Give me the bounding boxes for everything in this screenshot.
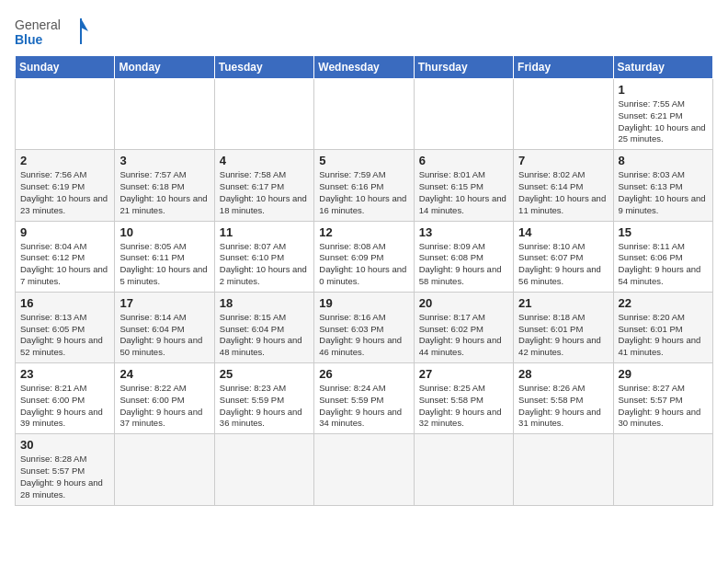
calendar-cell (414, 79, 513, 150)
day-number: 8 (619, 154, 708, 167)
svg-text:Blue: Blue (15, 32, 43, 47)
day-number: 14 (518, 225, 608, 239)
calendar-cell: 6Sunrise: 8:01 AM Sunset: 6:15 PM Daylig… (414, 150, 513, 221)
calendar-cell: 15Sunrise: 8:11 AM Sunset: 6:06 PM Dayli… (613, 221, 712, 292)
day-info: Sunrise: 7:56 AM Sunset: 6:19 PM Dayligh… (20, 169, 109, 216)
calendar-cell: 8Sunrise: 8:03 AM Sunset: 6:13 PM Daylig… (613, 150, 712, 221)
day-number: 20 (419, 296, 508, 310)
day-number: 2 (20, 154, 109, 167)
calendar-cell: 2Sunrise: 7:56 AM Sunset: 6:19 PM Daylig… (16, 150, 115, 221)
weekday-header-sunday: Sunday (16, 56, 115, 79)
header: General Blue (15, 15, 713, 48)
calendar-cell (214, 434, 313, 505)
day-number: 13 (419, 225, 508, 239)
calendar-cell (16, 79, 115, 150)
calendar-cell: 3Sunrise: 7:57 AM Sunset: 6:18 PM Daylig… (115, 150, 214, 221)
weekday-header-saturday: Saturday (613, 56, 712, 79)
day-info: Sunrise: 8:25 AM Sunset: 5:58 PM Dayligh… (419, 383, 508, 430)
weekday-header-friday: Friday (514, 56, 613, 79)
day-info: Sunrise: 8:04 AM Sunset: 6:12 PM Dayligh… (20, 241, 109, 288)
day-info: Sunrise: 8:27 AM Sunset: 5:57 PM Dayligh… (619, 383, 708, 430)
day-number: 28 (518, 367, 608, 381)
calendar-cell (514, 434, 613, 505)
calendar-cell: 13Sunrise: 8:09 AM Sunset: 6:08 PM Dayli… (414, 221, 513, 292)
calendar-cell: 30Sunrise: 8:28 AM Sunset: 5:57 PM Dayli… (16, 434, 115, 505)
day-info: Sunrise: 7:59 AM Sunset: 6:16 PM Dayligh… (319, 169, 408, 216)
calendar-cell: 20Sunrise: 8:17 AM Sunset: 6:02 PM Dayli… (414, 292, 513, 362)
logo-svg: General Blue (15, 15, 88, 48)
day-info: Sunrise: 7:57 AM Sunset: 6:18 PM Dayligh… (119, 169, 209, 216)
calendar-table: SundayMondayTuesdayWednesdayThursdayFrid… (15, 55, 713, 506)
day-number: 21 (518, 296, 608, 310)
calendar-cell: 12Sunrise: 8:08 AM Sunset: 6:09 PM Dayli… (314, 221, 414, 292)
weekday-header-monday: Monday (115, 56, 214, 79)
day-number: 19 (319, 296, 408, 310)
svg-text:General: General (15, 17, 61, 32)
day-info: Sunrise: 7:58 AM Sunset: 6:17 PM Dayligh… (220, 169, 309, 216)
day-info: Sunrise: 8:26 AM Sunset: 5:58 PM Dayligh… (518, 383, 608, 430)
calendar-cell: 10Sunrise: 8:05 AM Sunset: 6:11 PM Dayli… (115, 221, 214, 292)
day-number: 24 (119, 367, 209, 381)
calendar-cell: 23Sunrise: 8:21 AM Sunset: 6:00 PM Dayli… (16, 363, 115, 434)
day-number: 7 (518, 154, 608, 167)
day-number: 18 (220, 296, 309, 310)
day-info: Sunrise: 8:21 AM Sunset: 6:00 PM Dayligh… (20, 383, 109, 430)
day-info: Sunrise: 8:02 AM Sunset: 6:14 PM Dayligh… (518, 169, 608, 216)
day-info: Sunrise: 8:22 AM Sunset: 6:00 PM Dayligh… (119, 383, 209, 430)
day-info: Sunrise: 8:08 AM Sunset: 6:09 PM Dayligh… (319, 241, 408, 288)
calendar-cell: 29Sunrise: 8:27 AM Sunset: 5:57 PM Dayli… (613, 363, 712, 434)
logo: General Blue (15, 15, 88, 48)
day-info: Sunrise: 8:03 AM Sunset: 6:13 PM Dayligh… (619, 169, 708, 216)
day-info: Sunrise: 8:10 AM Sunset: 6:07 PM Dayligh… (518, 241, 608, 288)
day-info: Sunrise: 8:11 AM Sunset: 6:06 PM Dayligh… (619, 241, 708, 288)
day-info: Sunrise: 8:20 AM Sunset: 6:01 PM Dayligh… (619, 312, 708, 359)
calendar-header: SundayMondayTuesdayWednesdayThursdayFrid… (16, 56, 713, 79)
calendar-cell: 5Sunrise: 7:59 AM Sunset: 6:16 PM Daylig… (314, 150, 414, 221)
calendar-cell: 16Sunrise: 8:13 AM Sunset: 6:05 PM Dayli… (16, 292, 115, 362)
day-info: Sunrise: 8:14 AM Sunset: 6:04 PM Dayligh… (119, 312, 209, 359)
calendar-cell (115, 79, 214, 150)
day-number: 23 (20, 367, 109, 381)
day-number: 5 (319, 154, 408, 167)
calendar-cell (214, 79, 313, 150)
day-number: 16 (20, 296, 109, 310)
day-info: Sunrise: 8:01 AM Sunset: 6:15 PM Dayligh… (419, 169, 508, 216)
day-info: Sunrise: 8:16 AM Sunset: 6:03 PM Dayligh… (319, 312, 408, 359)
day-number: 30 (20, 438, 109, 452)
calendar-cell: 19Sunrise: 8:16 AM Sunset: 6:03 PM Dayli… (314, 292, 414, 362)
day-number: 22 (619, 296, 708, 310)
calendar-cell (314, 79, 414, 150)
day-info: Sunrise: 8:13 AM Sunset: 6:05 PM Dayligh… (20, 312, 109, 359)
day-info: Sunrise: 8:05 AM Sunset: 6:11 PM Dayligh… (119, 241, 209, 288)
weekday-header-wednesday: Wednesday (314, 56, 414, 79)
calendar-cell (613, 434, 712, 505)
calendar-cell (414, 434, 513, 505)
day-number: 12 (319, 225, 408, 239)
svg-marker-2 (81, 18, 88, 31)
day-info: Sunrise: 8:17 AM Sunset: 6:02 PM Dayligh… (419, 312, 508, 359)
calendar-cell: 4Sunrise: 7:58 AM Sunset: 6:17 PM Daylig… (214, 150, 313, 221)
day-number: 15 (619, 225, 708, 239)
day-info: Sunrise: 8:28 AM Sunset: 5:57 PM Dayligh… (20, 454, 109, 500)
calendar-cell: 7Sunrise: 8:02 AM Sunset: 6:14 PM Daylig… (514, 150, 613, 221)
day-number: 25 (220, 367, 309, 381)
day-info: Sunrise: 7:55 AM Sunset: 6:21 PM Dayligh… (619, 98, 708, 145)
day-info: Sunrise: 8:23 AM Sunset: 5:59 PM Dayligh… (220, 383, 309, 430)
calendar-cell: 17Sunrise: 8:14 AM Sunset: 6:04 PM Dayli… (115, 292, 214, 362)
day-number: 10 (119, 225, 209, 239)
day-number: 6 (419, 154, 508, 167)
day-info: Sunrise: 8:09 AM Sunset: 6:08 PM Dayligh… (419, 241, 508, 288)
calendar-cell: 24Sunrise: 8:22 AM Sunset: 6:00 PM Dayli… (115, 363, 214, 434)
calendar-cell (314, 434, 414, 505)
day-number: 3 (119, 154, 209, 167)
calendar-cell: 22Sunrise: 8:20 AM Sunset: 6:01 PM Dayli… (613, 292, 712, 362)
day-number: 9 (20, 225, 109, 239)
calendar-cell: 1Sunrise: 7:55 AM Sunset: 6:21 PM Daylig… (613, 79, 712, 150)
weekday-header-tuesday: Tuesday (214, 56, 313, 79)
day-info: Sunrise: 8:24 AM Sunset: 5:59 PM Dayligh… (319, 383, 408, 430)
day-number: 29 (619, 367, 708, 381)
calendar-cell: 25Sunrise: 8:23 AM Sunset: 5:59 PM Dayli… (214, 363, 313, 434)
day-info: Sunrise: 8:15 AM Sunset: 6:04 PM Dayligh… (220, 312, 309, 359)
day-number: 26 (319, 367, 408, 381)
day-number: 11 (220, 225, 309, 239)
